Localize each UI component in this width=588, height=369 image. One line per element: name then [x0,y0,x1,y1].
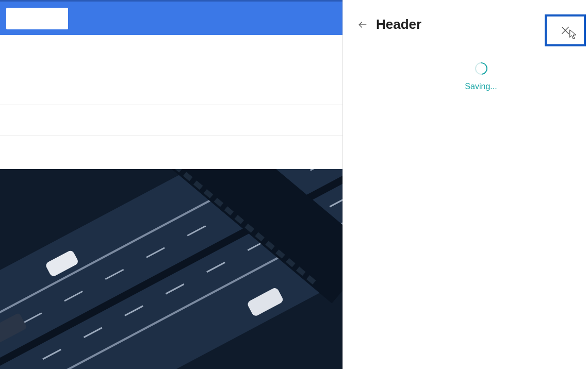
toolbar-row [0,105,342,136]
header-region [0,35,342,105]
cursor-icon [568,29,580,40]
side-panel: Header Saving... [342,0,588,369]
search-input[interactable] [6,8,68,29]
panel-header: Header [355,16,576,32]
back-button[interactable] [355,18,370,32]
saving-text: Saving... [386,82,576,91]
top-command-bar [0,0,342,35]
loading-spinner-icon [472,60,490,77]
hero-image [0,169,342,369]
main-content-area [0,0,342,369]
close-button[interactable] [545,14,586,46]
back-arrow-icon [357,20,368,30]
panel-title: Header [376,16,421,32]
saving-status: Saving... [386,62,576,91]
